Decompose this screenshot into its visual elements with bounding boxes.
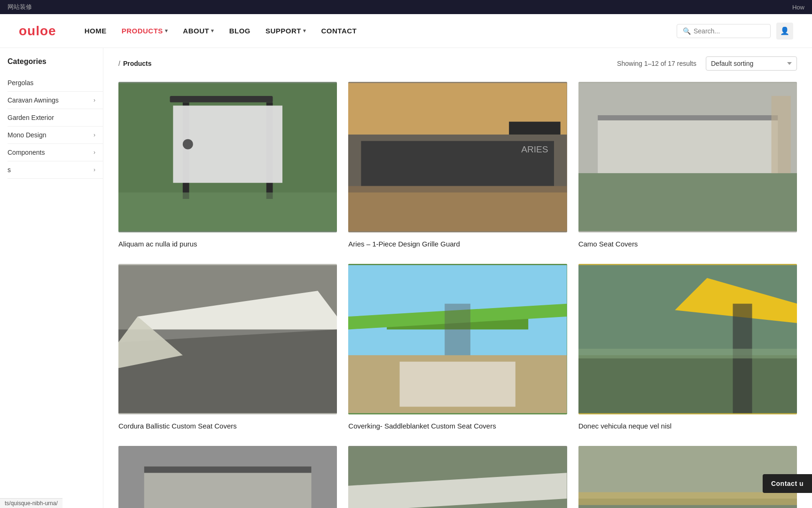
product-svg-5 (348, 264, 567, 414)
s-chevron-icon: › (94, 167, 95, 173)
svg-rect-6 (118, 192, 337, 231)
support-chevron-icon: ▾ (303, 28, 306, 34)
products-chevron-icon: ▾ (165, 28, 168, 34)
main-container: Categories Pergolas Caravan Awnings › Ga… (0, 48, 812, 508)
url-bar: ts/quisque-nibh-urna/ (0, 498, 62, 508)
product-image-7 (118, 446, 337, 508)
product-card-6[interactable]: Donec vehicula neque vel nisl (578, 264, 797, 431)
svg-rect-36 (144, 466, 312, 473)
product-svg-8 (348, 446, 567, 508)
product-grid: Aliquam ac nulla id purus ARIES Aries – … (118, 82, 797, 508)
product-image-4 (118, 264, 337, 414)
header-profile-icon[interactable]: 👤 (776, 23, 793, 40)
product-name-2: Aries – 1-Piece Design Grille Guard (348, 239, 567, 249)
svg-rect-31 (578, 355, 797, 413)
sidebar-item-s[interactable]: s › (8, 161, 103, 179)
svg-rect-16 (598, 115, 778, 120)
nav-about[interactable]: ABOUT ▾ (183, 27, 214, 35)
product-svg-3 (578, 82, 797, 232)
product-svg-4 (118, 264, 337, 414)
nav-home[interactable]: HOME (85, 27, 107, 35)
logo[interactable]: ouloe (19, 24, 56, 39)
product-name-1: Aliquam ac nulla id purus (118, 239, 337, 249)
product-card-1[interactable]: Aliquam ac nulla id purus (118, 82, 337, 249)
product-card-8[interactable] (348, 446, 567, 508)
main-nav: HOME PRODUCTS ▾ ABOUT ▾ BLOG SUPPORT ▾ C… (85, 27, 677, 35)
search-icon: 🔍 (683, 27, 691, 35)
components-chevron-icon: › (94, 149, 95, 156)
sidebar-item-pergolas[interactable]: Pergolas (8, 74, 103, 92)
svg-rect-33 (578, 349, 797, 358)
product-name-6: Donec vehicula neque vel nisl (578, 421, 797, 431)
product-image-1 (118, 82, 337, 232)
svg-point-5 (183, 139, 193, 150)
top-bar: 网站装修 How (0, 0, 812, 14)
search-box[interactable]: 🔍 (677, 24, 771, 38)
product-card-2[interactable]: ARIES Aries – 1-Piece Design Grille Guar… (348, 82, 567, 249)
logo-text: ouloe (19, 24, 56, 38)
product-image-8 (348, 446, 567, 508)
filter-row: Showing 1–12 of 17 results Default sorti… (617, 56, 797, 71)
sidebar: Categories Pergolas Caravan Awnings › Ga… (0, 48, 103, 508)
contact-button[interactable]: Contact u (763, 474, 812, 493)
sort-select[interactable]: Default sorting Sort by popularity Sort … (706, 56, 797, 71)
product-card-4[interactable]: Cordura Ballistic Custom Seat Covers (118, 264, 337, 431)
top-row: / Products Showing 1–12 of 17 results De… (118, 48, 797, 82)
search-input[interactable] (694, 27, 764, 35)
sidebar-categories-title: Categories (8, 57, 103, 66)
top-bar-right: How (792, 4, 804, 11)
product-svg-6 (578, 264, 797, 414)
svg-text:ARIES: ARIES (521, 144, 548, 154)
nav-blog[interactable]: BLOG (229, 27, 250, 35)
product-name-3: Camo Seat Covers (578, 239, 797, 249)
product-image-2: ARIES (348, 82, 567, 232)
product-svg-2: ARIES (348, 82, 567, 232)
mono-chevron-icon: › (94, 132, 95, 138)
sidebar-item-garden-exterior[interactable]: Garden Exterior (8, 109, 103, 127)
svg-rect-28 (445, 304, 471, 355)
svg-rect-17 (578, 173, 797, 231)
breadcrumb-sep: / (118, 60, 120, 67)
svg-rect-12 (348, 186, 567, 231)
svg-rect-18 (771, 96, 790, 173)
header: ouloe HOME PRODUCTS ▾ ABOUT ▾ BLOG SUPPO… (0, 14, 812, 48)
product-card-5[interactable]: Coverking- Saddleblanket Custom Seat Cov… (348, 264, 567, 431)
svg-rect-42 (578, 492, 797, 505)
svg-rect-27 (400, 362, 515, 407)
svg-rect-10 (509, 122, 560, 135)
nav-support[interactable]: SUPPORT ▾ (265, 27, 306, 35)
product-image-3 (578, 82, 797, 232)
breadcrumb: / Products (118, 60, 152, 67)
results-text: Showing 1–12 of 17 results (617, 60, 696, 67)
sidebar-item-components[interactable]: Components › (8, 144, 103, 161)
product-card-7[interactable] (118, 446, 337, 508)
product-card-3[interactable]: Camo Seat Covers (578, 82, 797, 249)
product-image-6 (578, 264, 797, 414)
product-svg-7 (118, 446, 337, 508)
breadcrumb-products: Products (123, 60, 152, 67)
product-name-4: Cordura Ballistic Custom Seat Covers (118, 421, 337, 431)
sidebar-item-caravan-awnings[interactable]: Caravan Awnings › (8, 92, 103, 109)
about-chevron-icon: ▾ (211, 28, 214, 34)
nav-contact[interactable]: CONTACT (321, 27, 357, 35)
content-area: / Products Showing 1–12 of 17 results De… (103, 48, 812, 508)
svg-rect-1 (170, 96, 273, 103)
svg-rect-15 (598, 115, 778, 173)
top-bar-title: 网站装修 (8, 3, 32, 11)
product-svg-1 (118, 82, 337, 232)
profile-icon: 👤 (780, 26, 789, 35)
sidebar-item-mono-design[interactable]: Mono Design › (8, 127, 103, 144)
nav-products[interactable]: PRODUCTS ▾ (122, 27, 168, 35)
svg-rect-32 (733, 304, 752, 413)
product-image-5 (348, 264, 567, 414)
product-name-5: Coverking- Saddleblanket Custom Seat Cov… (348, 421, 567, 431)
caravan-chevron-icon: › (94, 97, 95, 103)
